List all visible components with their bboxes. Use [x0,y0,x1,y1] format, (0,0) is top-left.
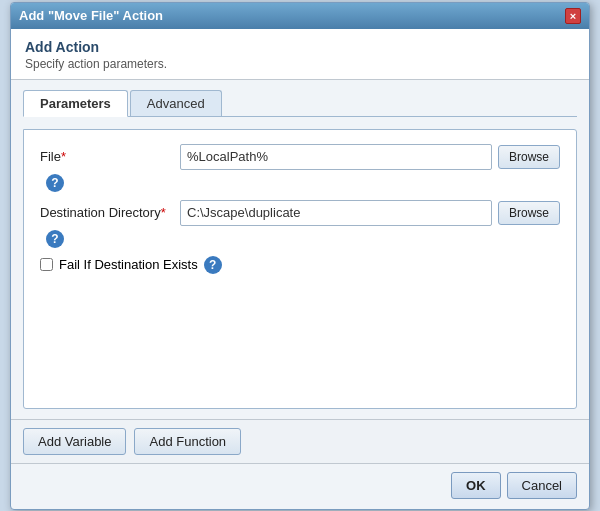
close-button[interactable]: × [565,8,581,24]
dialog-footer-main: Add Variable Add Function [11,419,589,463]
dialog: Add "Move File" Action × Add Action Spec… [10,2,590,510]
dest-label: Destination Directory* [40,205,180,220]
dialog-title: Add "Move File" Action [19,8,163,23]
dialog-footer-actions: OK Cancel [11,464,589,509]
dialog-header-title: Add Action [25,39,575,55]
dialog-body: Parameters Advanced File* Browse ? [11,80,589,419]
file-row: File* Browse [40,144,560,170]
tab-advanced[interactable]: Advanced [130,90,222,116]
dest-input[interactable] [180,200,492,226]
dest-browse-button[interactable]: Browse [498,201,560,225]
file-browse-button[interactable]: Browse [498,145,560,169]
fail-checkbox[interactable] [40,258,53,271]
tab-bar: Parameters Advanced [23,90,577,117]
fail-checkbox-label: Fail If Destination Exists [59,257,198,272]
file-help-row: ? [40,174,560,192]
tab-content-parameters: File* Browse ? Destination Directory* Br… [23,129,577,409]
dialog-header-subtitle: Specify action parameters. [25,57,575,71]
add-variable-button[interactable]: Add Variable [23,428,126,455]
file-label: File* [40,149,180,164]
fail-checkbox-row: Fail If Destination Exists ? [40,256,560,274]
dialog-header: Add Action Specify action parameters. [11,29,589,80]
file-input[interactable] [180,144,492,170]
add-function-button[interactable]: Add Function [134,428,241,455]
tab-parameters[interactable]: Parameters [23,90,128,117]
dest-row: Destination Directory* Browse [40,200,560,226]
file-help-icon[interactable]: ? [46,174,64,192]
fail-help-icon[interactable]: ? [204,256,222,274]
ok-button[interactable]: OK [451,472,501,499]
cancel-button[interactable]: Cancel [507,472,577,499]
dialog-titlebar: Add "Move File" Action × [11,3,589,29]
dest-help-row: ? [40,230,560,248]
dest-help-icon[interactable]: ? [46,230,64,248]
